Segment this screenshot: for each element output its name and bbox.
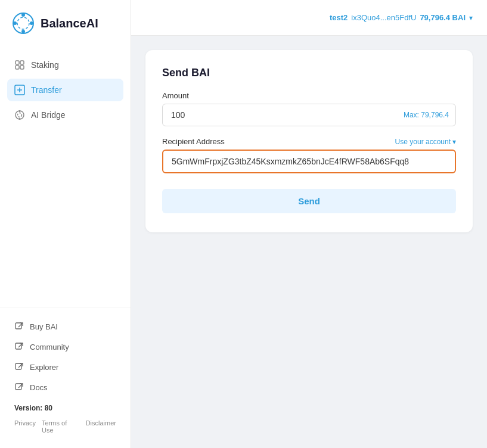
use-account-text: Use your account	[395, 138, 451, 146]
header: test2 ix3Quo4...en5FdfU 79,796.4 BAI ▾	[131, 0, 487, 36]
use-account-chevron-icon: ▾	[452, 138, 456, 146]
transfer-label: Transfer	[31, 85, 62, 95]
svg-point-15	[19, 110, 21, 112]
account-address: ix3Quo4...en5FdfU	[351, 13, 416, 22]
footer-link-buy-bai[interactable]: Buy BAI	[7, 317, 123, 336]
svg-rect-9	[20, 66, 24, 69]
sidebar-footer: Buy BAI Community Explorer	[0, 307, 131, 448]
amount-input-wrapper: Max: 79,796.4	[162, 104, 456, 126]
recipient-input[interactable]	[162, 150, 456, 173]
svg-line-18	[18, 323, 23, 327]
svg-point-2	[21, 13, 25, 17]
svg-point-1	[17, 17, 29, 29]
amount-label-text: Amount	[162, 91, 189, 100]
account-chevron-icon: ▾	[469, 14, 473, 22]
footer-link-docs[interactable]: Docs	[7, 378, 123, 397]
svg-point-5	[30, 21, 33, 25]
sidebar: BalanceAI Staking	[0, 0, 131, 448]
explorer-external-icon	[14, 362, 24, 372]
footer-link-community[interactable]: Community	[7, 337, 123, 356]
app-name: BalanceAI	[41, 17, 98, 30]
logo-icon	[12, 12, 35, 35]
docs-external-icon	[14, 382, 24, 392]
account-info[interactable]: test2 ix3Quo4...en5FdfU 79,796.4 BAI ▾	[330, 13, 473, 22]
logo-area: BalanceAI	[0, 0, 131, 49]
svg-rect-7	[20, 61, 24, 64]
svg-point-14	[18, 113, 22, 117]
transfer-icon	[14, 85, 25, 95]
recipient-input-wrapper	[162, 150, 456, 173]
terms-link[interactable]: Terms of Use	[42, 419, 80, 434]
community-external-icon	[14, 342, 24, 351]
svg-point-16	[19, 118, 21, 120]
send-bai-card: Send BAI Amount Max: 79,796.4 Recipient …	[145, 50, 473, 232]
footer-link-explorer[interactable]: Explorer	[7, 357, 123, 377]
docs-label: Docs	[30, 383, 48, 392]
amount-label-row: Amount	[162, 91, 456, 100]
card-title: Send BAI	[162, 67, 456, 79]
svg-rect-17	[15, 323, 21, 329]
account-name: test2	[330, 13, 348, 22]
sidebar-item-ai-bridge[interactable]: AI Bridge	[7, 104, 123, 126]
svg-point-4	[13, 21, 17, 25]
svg-line-22	[18, 363, 23, 368]
svg-line-20	[18, 343, 23, 347]
buy-bai-label: Buy BAI	[30, 322, 58, 331]
privacy-link[interactable]: Privacy	[14, 419, 36, 434]
explorer-label: Explorer	[30, 363, 58, 372]
ai-bridge-label: AI Bridge	[31, 110, 66, 120]
recipient-label-row: Recipient Address Use your account ▾	[162, 137, 456, 146]
svg-rect-8	[15, 66, 19, 69]
staking-icon	[14, 60, 25, 70]
amount-input[interactable]	[162, 104, 456, 126]
ai-bridge-icon	[14, 110, 25, 120]
sidebar-item-staking[interactable]: Staking	[7, 54, 123, 76]
svg-line-24	[18, 384, 23, 388]
main-area: test2 ix3Quo4...en5FdfU 79,796.4 BAI ▾ S…	[131, 0, 487, 448]
recipient-label-text: Recipient Address	[162, 137, 225, 146]
external-link-icon	[14, 322, 24, 331]
community-label: Community	[30, 343, 69, 351]
disclaimer-link[interactable]: Disclaimer	[86, 419, 116, 434]
staking-label: Staking	[31, 60, 59, 70]
main-nav: Staking Transfer	[0, 49, 131, 307]
svg-rect-21	[15, 363, 21, 369]
content-area: Send BAI Amount Max: 79,796.4 Recipient …	[131, 36, 487, 448]
svg-rect-6	[15, 61, 19, 64]
recipient-group: Recipient Address Use your account ▾	[162, 137, 456, 173]
amount-group: Amount Max: 79,796.4	[162, 91, 456, 126]
account-balance: 79,796.4 BAI	[420, 13, 466, 22]
send-button[interactable]: Send	[162, 189, 456, 213]
version-text: Version: 80	[7, 399, 123, 417]
sidebar-item-transfer[interactable]: Transfer	[7, 79, 123, 101]
legal-links: Privacy Terms of Use Disclaimer	[7, 417, 123, 438]
svg-point-3	[21, 30, 25, 33]
svg-rect-19	[15, 343, 21, 349]
svg-rect-23	[15, 384, 21, 390]
svg-point-13	[15, 111, 24, 119]
use-account-link[interactable]: Use your account ▾	[395, 138, 456, 146]
